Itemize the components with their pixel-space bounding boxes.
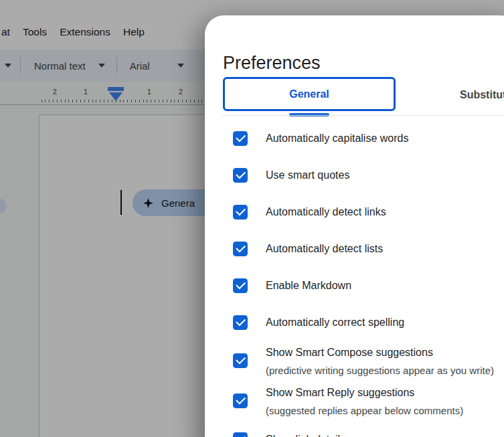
preference-row: Show link details (205, 421, 504, 437)
preference-row: Automatically correct spelling (205, 304, 504, 341)
preference-row: Show Smart Compose suggestions(predictiv… (205, 341, 504, 381)
checkbox-sublabel: (suggested replies appear below comments… (266, 404, 463, 418)
preferences-option-list: Automatically capitalise wordsUse smart … (205, 116, 504, 437)
checkbox-checked-icon[interactable] (233, 205, 248, 220)
checkbox-checked-icon[interactable] (233, 394, 248, 408)
checkbox-label: Use smart quotes (266, 167, 349, 183)
checkbox-checked-icon[interactable] (233, 131, 248, 146)
checkbox-label: Automatically detect lists (266, 240, 383, 257)
checkbox-checked-icon[interactable] (233, 242, 248, 256)
checkbox-label: Show link details (266, 431, 345, 437)
checkbox-checked-icon[interactable] (233, 168, 248, 183)
checkbox-label: Enable Markdown (266, 277, 351, 294)
preference-row: Automatically capitalise words (205, 120, 504, 157)
preference-row: Automatically detect lists (205, 230, 504, 267)
preference-row: Show Smart Reply suggestions(suggested r… (205, 381, 504, 421)
checkbox-label: Show Smart Compose suggestions (266, 344, 494, 361)
checkbox-label: Show Smart Reply suggestions (266, 384, 463, 401)
preference-row: Automatically detect links (205, 193, 504, 230)
checkbox-checked-icon[interactable] (233, 432, 248, 437)
tab-general-label: General (289, 88, 329, 100)
checkbox-sublabel: (predictive writing suggestions appear a… (266, 363, 494, 378)
checkbox-checked-icon[interactable] (233, 353, 248, 368)
preference-row: Enable Markdown (205, 267, 504, 304)
checkbox-label: Automatically capitalise words (266, 130, 408, 147)
checkbox-checked-icon[interactable] (233, 278, 248, 293)
dialog-title: Preferences (223, 53, 321, 74)
preferences-dialog: Preferences General Substitutions Automa… (205, 15, 504, 437)
tab-substitutions[interactable]: Substitutions (460, 89, 504, 101)
checkbox-label: Automatically detect links (266, 203, 386, 220)
checkbox-checked-icon[interactable] (233, 315, 248, 330)
checkbox-label: Automatically correct spelling (266, 314, 404, 331)
tab-general[interactable]: General (223, 77, 396, 111)
preference-row: Use smart quotes (205, 157, 504, 193)
